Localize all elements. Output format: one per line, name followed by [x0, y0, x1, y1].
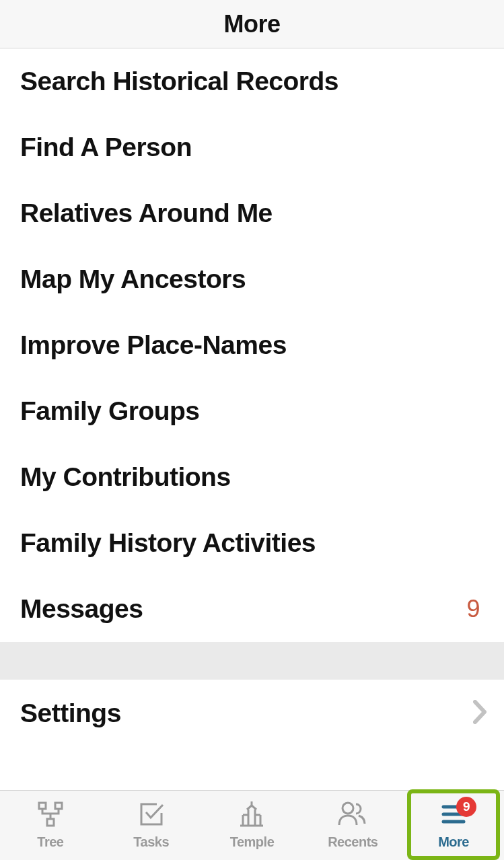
menu-item-search-historical-records[interactable]: Search Historical Records	[0, 48, 504, 114]
tab-recents[interactable]: Recents	[302, 791, 403, 860]
tab-label: More	[438, 834, 469, 850]
menu-item-settings[interactable]: Settings	[0, 680, 504, 747]
header: More	[0, 0, 504, 48]
temple-icon	[238, 800, 266, 831]
menu-item-family-history-activities[interactable]: Family History Activities	[0, 510, 504, 576]
menu-item-find-a-person[interactable]: Find A Person	[0, 114, 504, 180]
tab-label: Temple	[230, 834, 275, 850]
tab-temple[interactable]: Temple	[202, 791, 303, 860]
menu-item-improve-place-names[interactable]: Improve Place-Names	[0, 312, 504, 378]
recents-icon	[337, 801, 368, 830]
more-badge: 9	[456, 797, 476, 817]
menu-item-messages[interactable]: Messages 9	[0, 576, 504, 642]
menu-item-my-contributions[interactable]: My Contributions	[0, 444, 504, 510]
menu-item-label: Family Groups	[20, 396, 200, 426]
tab-more[interactable]: 9 More	[403, 791, 504, 860]
tree-icon	[36, 801, 65, 830]
menu-item-label: Settings	[20, 698, 121, 728]
menu-item-label: Family History Activities	[20, 528, 316, 558]
menu-item-label: My Contributions	[20, 462, 231, 492]
svg-point-3	[343, 803, 353, 814]
svg-rect-0	[39, 803, 46, 809]
messages-badge: 9	[466, 595, 484, 623]
menu-item-relatives-around-me[interactable]: Relatives Around Me	[0, 180, 504, 246]
menu-item-label: Improve Place-Names	[20, 330, 287, 360]
tasks-icon	[138, 801, 165, 830]
tab-label: Tasks	[133, 834, 169, 850]
menu-item-map-my-ancestors[interactable]: Map My Ancestors	[0, 246, 504, 312]
tab-bar: Tree Tasks	[0, 790, 504, 860]
menu-item-family-groups[interactable]: Family Groups	[0, 378, 504, 444]
menu-item-label: Messages	[20, 594, 143, 624]
content-area: Search Historical Records Find A Person …	[0, 48, 504, 790]
tab-tasks[interactable]: Tasks	[101, 791, 202, 860]
menu-item-label: Find A Person	[20, 133, 192, 162]
svg-rect-1	[55, 803, 62, 809]
svg-rect-2	[47, 819, 54, 826]
menu-item-label: Search Historical Records	[20, 67, 338, 96]
tab-label: Recents	[328, 834, 377, 850]
tab-label: Tree	[37, 834, 63, 850]
section-divider	[0, 642, 504, 680]
tab-tree[interactable]: Tree	[0, 791, 101, 860]
menu-item-label: Map My Ancestors	[20, 264, 246, 294]
page-title: More	[223, 10, 280, 38]
chevron-right-icon	[473, 700, 488, 727]
menu-item-label: Relatives Around Me	[20, 199, 273, 228]
